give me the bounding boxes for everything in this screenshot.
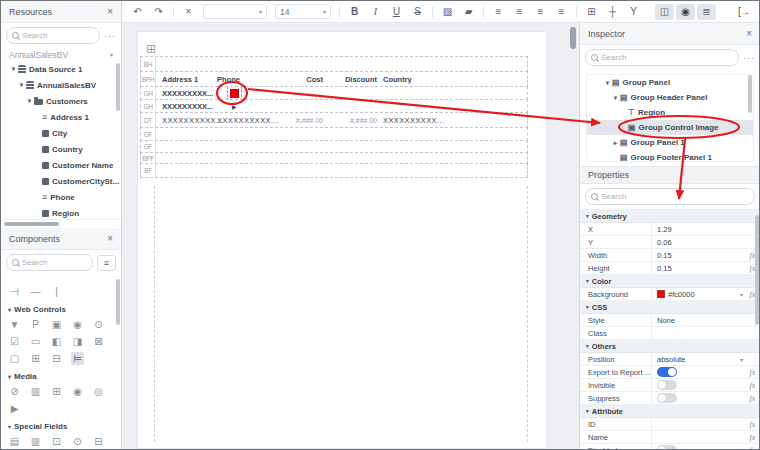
chevron-down-icon[interactable]: ▾ — [740, 291, 743, 298]
resources-horizontal-scrollbar[interactable] — [1, 219, 121, 228]
components-scrollbar[interactable] — [116, 279, 120, 325]
close-icon[interactable]: × — [107, 233, 113, 244]
tree-item-region[interactable]: Region — [1, 205, 121, 219]
fx-expression-button[interactable]: fx — [745, 392, 760, 404]
radio-button-icon[interactable]: ⊙ — [92, 318, 105, 331]
layout-mode-button[interactable]: ◫ — [655, 4, 674, 20]
components-layout-menu-icon[interactable]: ≡ — [97, 255, 116, 271]
property-value-export-to-report[interactable] — [652, 366, 745, 378]
inspector-tree-item-group-footer-panel-1[interactable]: ▤Group Footer Panel 1 — [587, 150, 753, 162]
list-view-button[interactable]: ≣ — [697, 4, 716, 20]
italic-button[interactable]: I — [366, 4, 385, 20]
inspector-tree-item-group-control-image[interactable]: ▣Group Control Image — [587, 120, 753, 135]
band-content-bf-8[interactable] — [156, 164, 527, 177]
filter-dropdown-icon[interactable]: ▼ — [8, 318, 21, 331]
toggle-export-to-report-on[interactable] — [657, 367, 677, 377]
property-value-name[interactable] — [652, 431, 745, 443]
fx-expression-button[interactable]: fx — [745, 444, 760, 449]
property-value-position[interactable]: absolute▾ — [652, 353, 745, 365]
line-vertical-icon[interactable]: | — [50, 285, 63, 298]
property-value-class[interactable] — [652, 327, 745, 339]
components-search-input[interactable] — [22, 258, 87, 267]
property-value-y[interactable]: 0.06 — [652, 236, 745, 248]
property-section-css[interactable]: ▾CSS — [580, 301, 760, 314]
column-header-cost[interactable]: Cost — [274, 75, 323, 84]
crosstab-icon[interactable]: ⊣ — [8, 285, 21, 298]
play-icon[interactable]: ▶ — [8, 402, 21, 415]
property-value-id[interactable] — [652, 418, 745, 430]
line-horizontal-icon[interactable]: — — [29, 285, 42, 298]
band-content-bph-1[interactable]: Address 1PhoneCostDiscountCountry — [156, 72, 527, 86]
paragraph-icon[interactable]: P — [29, 318, 42, 331]
richtext-icon[interactable]: ▣ — [50, 318, 63, 331]
band-row-bf-8[interactable]: BF — [140, 163, 528, 178]
tree-item-customers[interactable]: ▾Customers — [1, 93, 121, 109]
group-toggle-arrow-icon[interactable]: ▶ — [232, 103, 237, 110]
visibility-icon[interactable]: ◎ — [92, 385, 105, 398]
properties-scrollbar[interactable] — [755, 215, 759, 325]
resources-search-input[interactable] — [22, 31, 94, 40]
properties-search-input[interactable] — [601, 192, 749, 201]
band-row-gh-2[interactable]: GHXXXXXXXXX... — [140, 86, 528, 100]
panel-icon[interactable]: ▢ — [8, 352, 21, 365]
fx-expression-button[interactable]: fx — [745, 366, 760, 378]
thumbnail-icon[interactable]: ▥ — [29, 385, 42, 398]
column-header-phone[interactable]: Phone — [217, 75, 240, 84]
chevron-down-icon[interactable]: ▾ — [740, 356, 743, 363]
page-count-icon[interactable]: ▥ — [29, 435, 42, 448]
column-header-address-1[interactable]: Address 1 — [162, 75, 198, 84]
band-row-bpf-7[interactable]: BPF — [140, 152, 528, 164]
more-menu-icon[interactable]: ··· — [104, 31, 116, 41]
treeview-icon[interactable]: ⊨ — [71, 352, 84, 365]
red-image-control[interactable] — [230, 89, 239, 98]
property-value-x[interactable]: 1.29 — [652, 223, 745, 235]
band-row-bph-1[interactable]: BPHAddress 1PhoneCostDiscountCountry — [140, 71, 528, 87]
group-header-2-text[interactable]: XXXXXXXXX... — [162, 102, 213, 111]
grid-panel-icon[interactable]: ⊞ — [29, 352, 42, 365]
lock-icon[interactable]: ⊠ — [92, 335, 105, 348]
band-content-dt-4[interactable]: XXXXXXXXXX...XXXXXXXXXX...#,###.00#,###.… — [156, 113, 527, 127]
design-canvas[interactable]: ⊞ BHBPHAddress 1PhoneCostDiscountCountry… — [122, 23, 579, 449]
tree-item-annualsalesbv[interactable]: ▾AnnualSalesBV — [1, 77, 121, 93]
slider-icon[interactable]: ▭ — [29, 335, 42, 348]
close-icon[interactable]: × — [107, 6, 113, 17]
button-icon[interactable]: ◉ — [71, 318, 84, 331]
toggle-disabled-off[interactable] — [657, 445, 677, 449]
band-row-gf-5[interactable]: GF — [140, 127, 528, 141]
gallery-icon[interactable]: ⊞ — [50, 385, 63, 398]
detail-cell-0[interactable]: XXXXXXXXXX... — [162, 116, 223, 125]
canvas-vertical-scrollbar[interactable] — [570, 27, 576, 49]
clear-format-button[interactable]: × — [179, 4, 198, 20]
tree-item-customer-name[interactable]: Customer Name — [1, 157, 121, 173]
inspector-search-input[interactable] — [601, 53, 733, 62]
dataset-select[interactable]: AnnualSalesBV ▾ — [1, 48, 121, 61]
fx-expression-button[interactable]: fx — [745, 418, 760, 430]
table-grid-button[interactable]: ┼ — [603, 4, 622, 20]
inspector-tree-item-group-panel[interactable]: ▾▤Group Panel — [587, 75, 753, 90]
tree-expander-icon[interactable]: ▾ — [17, 81, 26, 89]
fx-expression-button[interactable]: fx — [745, 379, 760, 391]
textbox-icon[interactable]: ◧ — [50, 335, 63, 348]
property-value-style[interactable]: None — [652, 314, 745, 326]
bold-button[interactable]: B — [345, 4, 364, 20]
property-section-color[interactable]: ▾Color — [580, 275, 760, 288]
font-family-select[interactable]: ▾ — [203, 4, 267, 19]
band-row-bh-0[interactable]: BH — [140, 56, 528, 72]
band-row-dt-4[interactable]: DTXXXXXXXXXX...XXXXXXXXXX...#,###.00#,##… — [140, 112, 528, 128]
tab-panel-icon[interactable]: ⊟ — [50, 352, 63, 365]
tree-item-phone[interactable]: ≡Phone — [1, 189, 121, 205]
tree-expander-icon[interactable]: ▸ — [611, 139, 620, 147]
align-justify-button[interactable]: ≡ — [552, 4, 571, 20]
close-icon[interactable]: × — [746, 28, 752, 39]
property-section-geometry[interactable]: ▾Geometry — [580, 210, 760, 223]
property-value-suppress[interactable] — [652, 392, 745, 404]
inspector-tree-item-region[interactable]: ⊤Region — [587, 105, 753, 120]
avatar-icon[interactable]: ◉ — [71, 385, 84, 398]
report-page[interactable]: ⊞ BHBPHAddress 1PhoneCostDiscountCountry… — [137, 31, 547, 449]
detail-cell-3[interactable]: #,###.00 — [328, 117, 377, 124]
highlight-button[interactable]: ▰ — [459, 4, 478, 20]
page-template-icon[interactable]: ⊟ — [92, 435, 105, 448]
underline-button[interactable]: U — [387, 4, 406, 20]
table-borders-button[interactable]: ⊞ — [582, 4, 601, 20]
filter-button[interactable]: Y — [624, 4, 643, 20]
